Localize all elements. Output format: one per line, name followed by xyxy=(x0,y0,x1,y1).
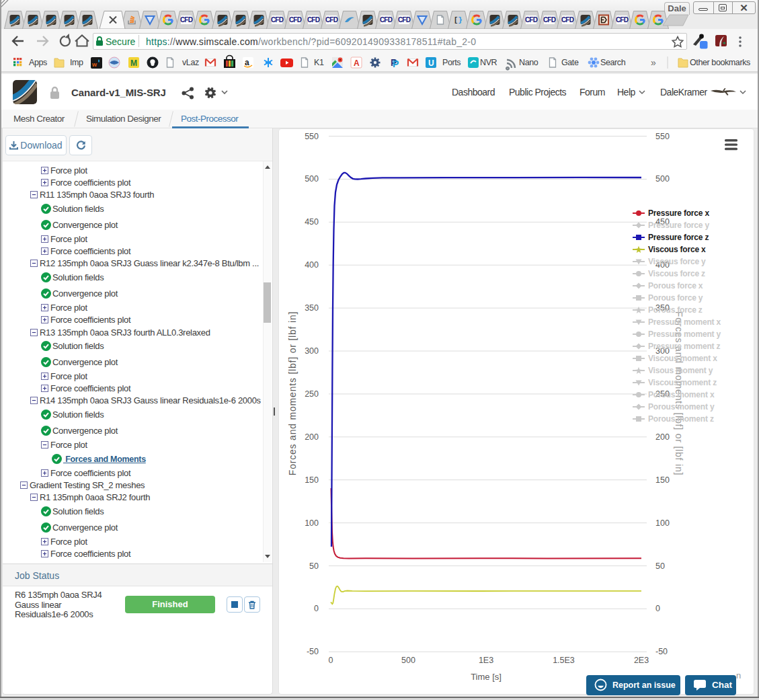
svg-text:150: 150 xyxy=(655,475,670,485)
svg-text:Pressure force y: Pressure force y xyxy=(648,221,709,230)
svg-text:Porous force z: Porous force z xyxy=(648,305,703,315)
svg-text:Porous moment y: Porous moment y xyxy=(648,402,715,412)
svg-text:Search: Search xyxy=(600,58,626,67)
svg-text:Porous force y: Porous force y xyxy=(648,293,703,303)
svg-text:200: 200 xyxy=(655,432,670,442)
svg-text:n: n xyxy=(736,670,741,680)
svg-text:M: M xyxy=(130,59,137,68)
svg-text:0: 0 xyxy=(655,604,660,613)
svg-text:0: 0 xyxy=(314,604,319,613)
svg-text:vLaz: vLaz xyxy=(182,58,199,67)
svg-text:550: 550 xyxy=(655,132,670,141)
svg-text:A: A xyxy=(354,59,360,68)
svg-text:Imp: Imp xyxy=(70,58,83,67)
svg-text:Ports: Ports xyxy=(442,58,461,67)
svg-text:Viscous force y: Viscous force y xyxy=(648,257,706,266)
svg-text:350: 350 xyxy=(305,303,319,313)
svg-text:500: 500 xyxy=(655,174,670,184)
svg-text:Viscous moment x: Viscous moment x xyxy=(648,354,717,363)
svg-text:NVR: NVR xyxy=(480,58,497,67)
svg-text:200: 200 xyxy=(305,432,319,442)
svg-text:Viscous force x: Viscous force x xyxy=(648,245,706,254)
svg-text:Forces and moments [lbf] or [l: Forces and moments [lbf] or [lbf in] xyxy=(287,311,298,475)
svg-text:Porous moment x: Porous moment x xyxy=(648,390,715,399)
svg-text:50: 50 xyxy=(655,561,665,571)
svg-text:Pressure force x: Pressure force x xyxy=(648,208,709,218)
svg-text:»: » xyxy=(651,57,656,68)
svg-text:Gate: Gate xyxy=(561,58,579,67)
svg-text:100: 100 xyxy=(655,518,670,528)
svg-text:-50: -50 xyxy=(655,647,668,656)
svg-text:U: U xyxy=(428,59,434,68)
svg-text:550: 550 xyxy=(305,132,319,141)
svg-text:100: 100 xyxy=(305,518,319,528)
svg-text:Porous moment z: Porous moment z xyxy=(648,414,714,424)
svg-text:Pressure moment z: Pressure moment z xyxy=(648,342,721,351)
svg-text:Viscous moment z: Viscous moment z xyxy=(648,378,717,387)
svg-text:Nano: Nano xyxy=(519,58,538,67)
svg-text:Pressure moment y: Pressure moment y xyxy=(648,329,721,339)
svg-text:K1: K1 xyxy=(314,58,324,67)
svg-text:150: 150 xyxy=(305,475,319,485)
svg-text:Time [s]: Time [s] xyxy=(471,672,502,682)
svg-text:Pressure force z: Pressure force z xyxy=(648,233,709,242)
svg-text:450: 450 xyxy=(305,217,319,227)
svg-text:Pressure moment x: Pressure moment x xyxy=(648,317,721,327)
svg-text:250: 250 xyxy=(305,389,319,399)
svg-text:Other bookmarks: Other bookmarks xyxy=(690,58,750,67)
svg-text:0: 0 xyxy=(329,656,333,665)
svg-text:1.5E3: 1.5E3 xyxy=(553,656,575,665)
svg-text:Apps: Apps xyxy=(29,58,47,67)
svg-text:Viscous force z: Viscous force z xyxy=(648,269,705,278)
svg-text:1E3: 1E3 xyxy=(479,656,493,665)
svg-text:300: 300 xyxy=(305,346,319,356)
svg-text:500: 500 xyxy=(305,174,319,184)
svg-text:400: 400 xyxy=(305,260,319,270)
svg-text:500: 500 xyxy=(401,656,415,665)
svg-text:Visous moment y: Visous moment y xyxy=(648,366,713,375)
svg-text:w: w xyxy=(91,61,97,68)
svg-text:a: a xyxy=(245,58,249,67)
svg-text:P: P xyxy=(393,59,399,69)
svg-text:2E3: 2E3 xyxy=(634,656,649,665)
svg-text:-50: -50 xyxy=(307,647,319,656)
svg-text:Porous force x: Porous force x xyxy=(648,281,703,290)
svg-text:50: 50 xyxy=(309,561,319,571)
